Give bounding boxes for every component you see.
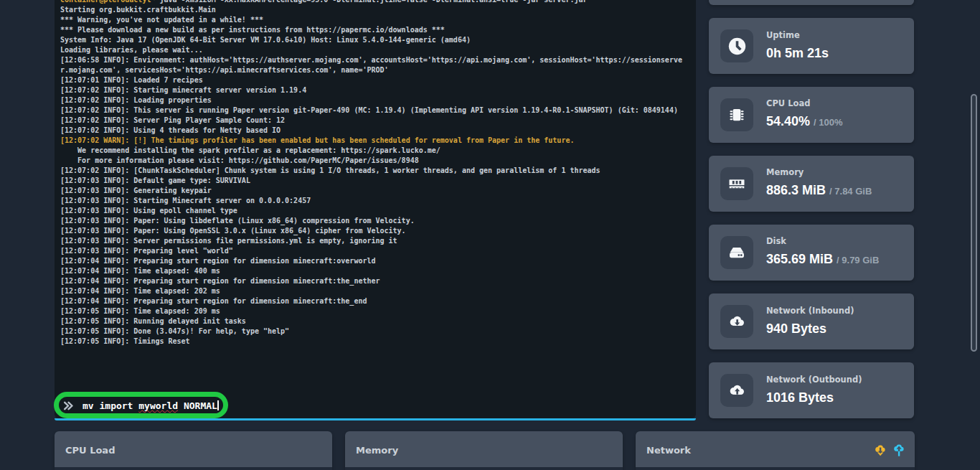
scrollbar-thumb[interactable] [971, 94, 977, 352]
terminal-line: [12:07:02 INFO]: This server is running … [60, 105, 696, 116]
microchip-icon [720, 98, 753, 131]
network-chart-legend [875, 444, 905, 457]
terminal-line: [12:07:05 INFO]: Timings Reset [60, 337, 696, 347]
memory-chart-canvas [345, 467, 623, 470]
terminal-line: [12:07:03 INFO]: Paper: Using libdeflate… [60, 216, 696, 226]
terminal-output[interactable]: container@pterodactyl~ java -Xms128M -XX… [60, 0, 696, 347]
stat-card-network-inbound: Network (Inbound) 940 Bytes [709, 293, 914, 349]
cpu-chart-canvas [55, 467, 332, 470]
stat-card-partial [709, 0, 914, 5]
stat-label: Network (Inbound) [766, 306, 854, 315]
annotation-highlight-ring [54, 392, 228, 418]
terminal-line: [12:07:03 INFO]: Starting Minecraft serv… [60, 196, 696, 206]
stat-limit: / 9.79 GiB [837, 255, 879, 265]
terminal-line: [12:07:03 INFO]: Paper: Using OpenSSL 3.… [60, 226, 696, 236]
network-chart-canvas [636, 467, 915, 470]
terminal-line: [12:07:05 INFO]: Time elapsed: 209 ms [60, 306, 696, 316]
terminal-line: Starting org.bukkit.craftbukkit.Main [60, 5, 696, 15]
hard-drive-icon [720, 236, 753, 269]
memory-icon [720, 167, 753, 200]
terminal-line: [12:07:04 INFO]: Preparing start region … [60, 256, 696, 266]
terminal-line: [12:07:02 INFO]: Server Ping Player Samp… [60, 116, 696, 126]
terminal-line: [12:07:02 INFO]: Using 4 threads for Net… [60, 126, 696, 136]
chart-title-network: Network [646, 445, 691, 456]
input-focus-underline [55, 418, 696, 420]
terminal-line: [12:07:04 INFO]: Preparing start region … [60, 276, 696, 286]
stat-card-memory: Memory 886.3 MiB / 7.84 GiB [709, 156, 914, 212]
cloud-upload-icon [720, 374, 753, 407]
stat-card-cpu: CPU Load 54.40% / 100% [709, 87, 914, 143]
terminal-line: [12:07:04 INFO]: Time elapsed: 400 ms [60, 266, 696, 276]
stat-value: 1016 Bytes [766, 390, 834, 405]
terminal-line: [12:07:03 INFO]: Using epoll channel typ… [60, 206, 696, 216]
terminal-line: [12:07:01 INFO]: Loaded 7 recipes [60, 75, 696, 85]
stat-value: 0h 5m 21s [766, 46, 829, 60]
stat-label: Memory [766, 168, 872, 177]
stat-card-network-outbound: Network (Outbound) 1016 Bytes [709, 362, 914, 418]
terminal-line: System Info: Java 17 (OpenJDK 64-Bit Ser… [60, 35, 696, 45]
stat-card-disk: Disk 365.69 MiB / 9.79 GiB [709, 225, 914, 281]
chart-title-memory: Memory [356, 445, 398, 456]
stat-limit: / 100% [814, 117, 842, 128]
terminal-line: For more information please visit: https… [60, 156, 696, 166]
terminal-line: [12:07:03 INFO]: Server permissions file… [60, 236, 696, 246]
terminal-line: [12:07:05 INFO]: Running delayed init ta… [60, 316, 696, 326]
clock-icon [720, 29, 753, 62]
terminal-line: container@pterodactyl~ java -Xms128M -XX… [60, 0, 696, 5]
terminal-line: [12:06:58 INFO]: Environment: authHost='… [60, 55, 696, 65]
terminal-line: Loading libraries, please wait... [60, 45, 696, 55]
terminal-line: [12:07:02 INFO]: Starting minecraft serv… [60, 85, 696, 95]
terminal-line: We recommend installing the spark profil… [60, 146, 696, 156]
terminal-line: [12:07:02 WARN]: [!] The timings profile… [60, 136, 696, 146]
stat-value: 365.69 MiB [766, 252, 833, 266]
stat-label: CPU Load [766, 99, 843, 108]
terminal-line: [12:07:04 INFO]: Time elapsed: 202 ms [60, 286, 696, 296]
terminal-line: *** Please download a new build as per i… [60, 25, 696, 35]
terminal-line: [12:07:02 INFO]: [ChunkTaskScheduler] Ch… [60, 166, 696, 176]
cloud-download-icon [875, 444, 886, 457]
terminal-line: [12:07:04 INFO]: Preparing start region … [60, 296, 696, 306]
stat-value: 940 Bytes [766, 321, 826, 336]
terminal-line: [12:07:03 INFO]: Default game type: SURV… [60, 176, 696, 186]
cloud-download-icon [720, 305, 753, 338]
stat-label: Network (Outbound) [766, 375, 862, 384]
terminal-line: [12:07:02 INFO]: Loading properties [60, 95, 696, 105]
stat-label: Disk [766, 237, 879, 245]
terminal-line: *** Warning, you've not updated in a whi… [60, 15, 696, 25]
chart-title-cpu: CPU Load [65, 445, 115, 456]
stat-value: 886.3 MiB [766, 183, 826, 197]
terminal-line: [12:07:03 INFO]: Generating keypair [60, 186, 696, 196]
stat-card-uptime: Uptime 0h 5m 21s [709, 18, 914, 74]
cloud-upload-icon [893, 444, 905, 457]
stat-label: Uptime [766, 31, 832, 39]
stat-value: 54.40% [766, 114, 810, 128]
terminal-line: r.mojang.com', servicesHost='https://api… [60, 65, 696, 75]
terminal-line: [12:07:03 INFO]: Preparing level "world" [60, 246, 696, 256]
terminal-line: [12:07:05 INFO]: Done (3.047s)! For help… [60, 326, 696, 337]
stat-limit: / 7.84 GiB [829, 186, 872, 197]
